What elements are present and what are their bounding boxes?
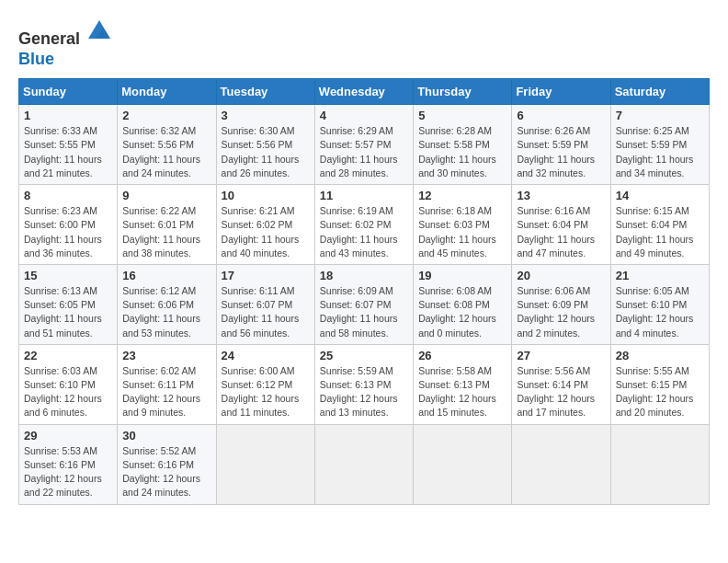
sunset-label: Sunset: 5:58 PM: [418, 139, 490, 150]
day-number: 18: [320, 269, 408, 282]
sunset-label: Sunset: 6:04 PM: [517, 219, 588, 230]
day-number: 25: [320, 349, 408, 362]
calendar-cell: [216, 424, 314, 504]
day-info: Sunrise: 5:53 AM Sunset: 6:16 PM Dayligh…: [24, 444, 112, 500]
calendar-cell: 25 Sunrise: 5:59 AM Sunset: 6:13 PM Dayl…: [314, 344, 413, 424]
day-info: Sunrise: 6:30 AM Sunset: 5:56 PM Dayligh…: [222, 124, 310, 180]
daylight-label: Daylight: 12 hours and 9 minutes.: [122, 393, 200, 418]
calendar-cell: 29 Sunrise: 5:53 AM Sunset: 6:16 PM Dayl…: [19, 424, 118, 504]
daylight-label: Daylight: 11 hours and 32 minutes.: [517, 154, 595, 178]
daylight-label: Daylight: 11 hours and 47 minutes.: [517, 234, 595, 259]
day-info: Sunrise: 5:55 AM Sunset: 6:15 PM Dayligh…: [616, 364, 704, 420]
weekday-header-tuesday: Tuesday: [216, 79, 314, 105]
day-number: 24: [222, 349, 310, 362]
day-number: 15: [24, 269, 112, 282]
calendar-cell: 1 Sunrise: 6:33 AM Sunset: 5:55 PM Dayli…: [19, 105, 118, 185]
weekday-header-saturday: Saturday: [610, 79, 709, 105]
daylight-label: Daylight: 11 hours and 30 minutes.: [418, 154, 496, 178]
day-info: Sunrise: 5:58 AM Sunset: 6:13 PM Dayligh…: [418, 364, 506, 420]
sunrise-label: Sunrise: 6:13 AM: [24, 285, 97, 296]
sunrise-label: Sunrise: 5:55 AM: [616, 365, 689, 376]
calendar-cell: 5 Sunrise: 6:28 AM Sunset: 5:58 PM Dayli…: [414, 105, 512, 185]
day-number: 7: [616, 109, 704, 122]
calendar-cell: 23 Sunrise: 6:02 AM Sunset: 6:11 PM Dayl…: [118, 344, 216, 424]
weekday-header-row: SundayMondayTuesdayWednesdayThursdayFrid…: [19, 79, 710, 105]
daylight-label: Daylight: 12 hours and 11 minutes.: [222, 393, 300, 418]
sunrise-label: Sunrise: 6:30 AM: [222, 125, 295, 136]
sunrise-label: Sunrise: 5:56 AM: [517, 365, 590, 376]
day-info: Sunrise: 6:25 AM Sunset: 5:59 PM Dayligh…: [616, 124, 704, 180]
day-number: 2: [122, 109, 210, 122]
sunset-label: Sunset: 6:13 PM: [418, 379, 490, 390]
calendar-table: SundayMondayTuesdayWednesdayThursdayFrid…: [18, 78, 710, 504]
day-number: 11: [320, 189, 408, 202]
sunset-label: Sunset: 6:00 PM: [24, 219, 96, 230]
day-number: 17: [222, 269, 310, 282]
weekday-header-sunday: Sunday: [19, 79, 118, 105]
calendar-cell: 30 Sunrise: 5:52 AM Sunset: 6:16 PM Dayl…: [118, 424, 216, 504]
daylight-label: Daylight: 12 hours and 20 minutes.: [616, 393, 694, 418]
sunrise-label: Sunrise: 5:52 AM: [122, 445, 196, 456]
calendar-cell: [512, 424, 610, 504]
sunrise-label: Sunrise: 5:58 AM: [418, 365, 492, 376]
calendar-cell: 15 Sunrise: 6:13 AM Sunset: 6:05 PM Dayl…: [19, 264, 118, 344]
sunset-label: Sunset: 6:09 PM: [517, 299, 588, 310]
calendar-cell: 20 Sunrise: 6:06 AM Sunset: 6:09 PM Dayl…: [512, 264, 610, 344]
daylight-label: Daylight: 12 hours and 15 minutes.: [418, 393, 496, 418]
sunrise-label: Sunrise: 6:19 AM: [320, 205, 393, 216]
day-info: Sunrise: 6:08 AM Sunset: 6:08 PM Dayligh…: [418, 284, 506, 340]
calendar-cell: 6 Sunrise: 6:26 AM Sunset: 5:59 PM Dayli…: [512, 105, 610, 185]
day-number: 5: [418, 109, 506, 122]
day-number: 16: [122, 269, 210, 282]
day-info: Sunrise: 6:32 AM Sunset: 5:56 PM Dayligh…: [122, 124, 210, 180]
sunset-label: Sunset: 6:02 PM: [222, 219, 293, 230]
daylight-label: Daylight: 11 hours and 51 minutes.: [24, 313, 102, 338]
sunset-label: Sunset: 5:57 PM: [320, 139, 392, 150]
weekday-header-friday: Friday: [512, 79, 610, 105]
weekday-header-thursday: Thursday: [414, 79, 512, 105]
sunrise-label: Sunrise: 6:29 AM: [320, 125, 393, 136]
daylight-label: Daylight: 12 hours and 17 minutes.: [517, 393, 595, 418]
calendar-week-2: 8 Sunrise: 6:23 AM Sunset: 6:00 PM Dayli…: [19, 185, 710, 265]
sunset-label: Sunset: 6:15 PM: [616, 379, 688, 390]
sunset-label: Sunset: 5:56 PM: [122, 139, 194, 150]
sunset-label: Sunset: 5:55 PM: [24, 139, 96, 150]
day-info: Sunrise: 6:02 AM Sunset: 6:11 PM Dayligh…: [122, 364, 210, 420]
sunrise-label: Sunrise: 6:08 AM: [418, 285, 492, 296]
sunset-label: Sunset: 6:14 PM: [517, 379, 588, 390]
day-number: 19: [418, 269, 506, 282]
daylight-label: Daylight: 11 hours and 56 minutes.: [222, 313, 300, 338]
daylight-label: Daylight: 11 hours and 53 minutes.: [122, 313, 200, 338]
daylight-label: Daylight: 11 hours and 28 minutes.: [320, 154, 398, 178]
day-number: 10: [222, 189, 310, 202]
daylight-label: Daylight: 12 hours and 4 minutes.: [616, 313, 694, 338]
calendar-week-1: 1 Sunrise: 6:33 AM Sunset: 5:55 PM Dayli…: [19, 105, 710, 185]
day-info: Sunrise: 6:28 AM Sunset: 5:58 PM Dayligh…: [418, 124, 506, 180]
sunset-label: Sunset: 6:07 PM: [320, 299, 392, 310]
sunrise-label: Sunrise: 6:32 AM: [122, 125, 196, 136]
sunset-label: Sunset: 6:11 PM: [122, 379, 194, 390]
calendar-cell: 18 Sunrise: 6:09 AM Sunset: 6:07 PM Dayl…: [314, 264, 413, 344]
day-number: 30: [122, 429, 210, 442]
day-info: Sunrise: 5:52 AM Sunset: 6:16 PM Dayligh…: [122, 444, 210, 500]
sunset-label: Sunset: 6:12 PM: [222, 379, 293, 390]
daylight-label: Daylight: 11 hours and 26 minutes.: [222, 154, 300, 178]
calendar-week-5: 29 Sunrise: 5:53 AM Sunset: 6:16 PM Dayl…: [19, 424, 710, 504]
calendar-cell: 27 Sunrise: 5:56 AM Sunset: 6:14 PM Dayl…: [512, 344, 610, 424]
calendar-cell: 24 Sunrise: 6:00 AM Sunset: 6:12 PM Dayl…: [216, 344, 314, 424]
daylight-label: Daylight: 11 hours and 21 minutes.: [24, 154, 102, 178]
day-info: Sunrise: 6:11 AM Sunset: 6:07 PM Dayligh…: [222, 284, 310, 340]
calendar-cell: [414, 424, 512, 504]
sunrise-label: Sunrise: 6:22 AM: [122, 205, 196, 216]
calendar-cell: 8 Sunrise: 6:23 AM Sunset: 6:00 PM Dayli…: [19, 185, 118, 265]
sunset-label: Sunset: 6:02 PM: [320, 219, 392, 230]
sunset-label: Sunset: 6:04 PM: [616, 219, 688, 230]
sunrise-label: Sunrise: 6:06 AM: [517, 285, 590, 296]
sunrise-label: Sunrise: 6:15 AM: [616, 205, 689, 216]
day-number: 21: [616, 269, 704, 282]
sunset-label: Sunset: 6:10 PM: [24, 379, 96, 390]
day-number: 29: [24, 429, 112, 442]
day-info: Sunrise: 6:29 AM Sunset: 5:57 PM Dayligh…: [320, 124, 408, 180]
calendar-cell: 14 Sunrise: 6:15 AM Sunset: 6:04 PM Dayl…: [610, 185, 709, 265]
sunrise-label: Sunrise: 6:25 AM: [616, 125, 689, 136]
